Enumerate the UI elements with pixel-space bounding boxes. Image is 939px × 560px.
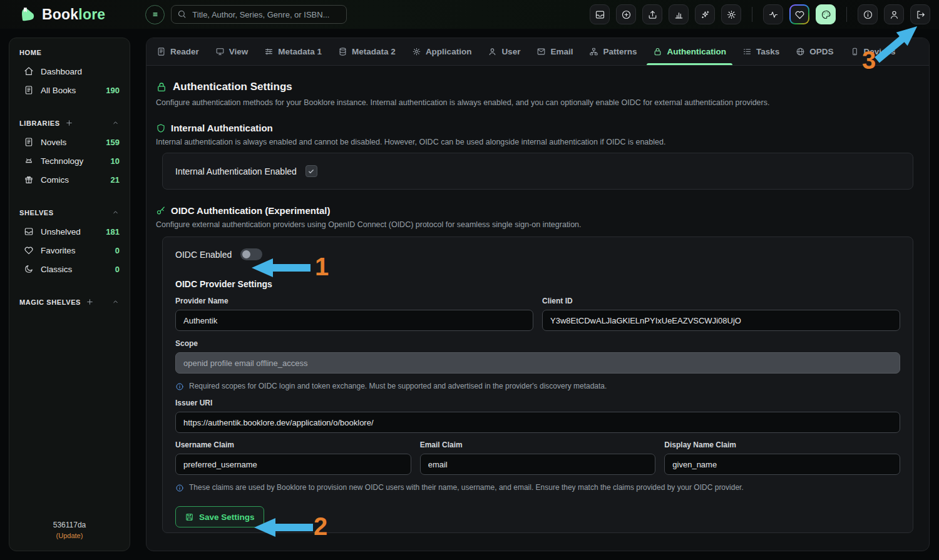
- tab-patterns[interactable]: Patterns: [589, 38, 637, 65]
- tab-devices[interactable]: Devices: [850, 38, 896, 65]
- topbar-divider: [752, 7, 752, 22]
- sidebar-item-all-books[interactable]: All Books 190: [9, 81, 130, 99]
- sidebar-item-label: Comics: [41, 175, 69, 185]
- list-icon: [742, 47, 752, 56]
- booklore-app: Booklore HOME: [0, 0, 939, 560]
- add-magic-shelf-button[interactable]: [86, 298, 94, 306]
- info-button[interactable]: [858, 4, 878, 24]
- topbar: Booklore: [0, 0, 939, 29]
- tab-metadata-2[interactable]: Metadata 2: [338, 38, 396, 65]
- claims-help: These claims are used by Booklore to pro…: [175, 483, 900, 492]
- sidebar-item-label: Dashboard: [41, 67, 82, 76]
- sidebar-item-technology[interactable]: Technology 10: [9, 151, 130, 170]
- tab-application[interactable]: Application: [412, 38, 472, 65]
- username-claim-label: Username Claim: [175, 440, 411, 449]
- tab-label: Email: [550, 47, 573, 56]
- tab-label: Tasks: [756, 47, 779, 56]
- app-logo[interactable]: Booklore: [19, 6, 105, 23]
- stats-button[interactable]: [669, 4, 689, 24]
- issuer-uri-input[interactable]: [175, 412, 900, 433]
- tab-label: Patterns: [603, 47, 637, 56]
- display-name-claim-field-group: Display Name Claim: [664, 440, 900, 475]
- sidebar: HOME Dashboard All Books 190 LIBRARIES N…: [9, 38, 130, 551]
- username-claim-field-group: Username Claim: [175, 440, 411, 475]
- sidebar-item-unshelved[interactable]: Unshelved 181: [9, 222, 130, 241]
- sidebar-section-libraries: LIBRARIES: [9, 108, 130, 133]
- sidebar-item-favorites[interactable]: Favorites 0: [9, 241, 130, 260]
- update-link[interactable]: (Update): [16, 532, 123, 539]
- client-id-label: Client ID: [542, 297, 900, 305]
- collapse-libraries-button[interactable]: [111, 119, 120, 127]
- oidc-panel: OIDC Enabled OIDC Provider Settings Prov…: [162, 237, 913, 533]
- tab-label: User: [501, 47, 520, 56]
- search-container: [171, 5, 347, 24]
- info-icon: [175, 382, 184, 391]
- favorites-button[interactable]: [789, 4, 809, 24]
- book-icon: [24, 85, 34, 95]
- settings-tabbar: Reader View Metadata 1 Metadata 2 Applic…: [146, 38, 929, 66]
- oidc-enabled-label: OIDC Enabled: [175, 250, 232, 260]
- profile-button[interactable]: [884, 4, 904, 24]
- topbar-actions: [590, 4, 930, 24]
- tab-metadata-1[interactable]: Metadata 1: [264, 38, 322, 65]
- section-title: LIBRARIES: [19, 120, 60, 127]
- tab-reader[interactable]: Reader: [156, 38, 199, 65]
- issuer-uri-label: Issuer URI: [175, 399, 900, 407]
- inbox-button[interactable]: [590, 4, 610, 24]
- page-subtitle: Configure authentication methods for you…: [156, 98, 920, 107]
- tab-authentication[interactable]: Authentication: [653, 38, 726, 65]
- internal-auth-panel: Internal Authentication Enabled: [162, 153, 913, 190]
- lock-icon: [653, 47, 662, 56]
- database-icon: [338, 47, 347, 56]
- section-title: SHELVES: [19, 209, 54, 216]
- client-id-field-group: Client ID: [542, 297, 900, 331]
- add-library-button[interactable]: [65, 119, 73, 127]
- tab-tasks[interactable]: Tasks: [742, 38, 779, 65]
- upload-button[interactable]: [642, 4, 662, 24]
- save-settings-button[interactable]: Save Settings: [175, 506, 264, 527]
- sidebar-item-comics[interactable]: Comics 21: [9, 170, 130, 189]
- sitemap-icon: [589, 47, 598, 56]
- tab-opds[interactable]: OPDS: [796, 38, 833, 65]
- key-icon: [156, 206, 166, 216]
- mobile-icon: [850, 47, 859, 56]
- provider-name-input[interactable]: [175, 310, 533, 331]
- plus-icon: [86, 298, 94, 306]
- logo-text: Booklore: [42, 6, 105, 23]
- username-claim-input[interactable]: [175, 454, 411, 475]
- gear-icon: [726, 9, 737, 20]
- toggle-knob: [242, 250, 250, 258]
- sidebar-item-count: 10: [111, 156, 120, 166]
- email-claim-input[interactable]: [420, 454, 656, 475]
- theme-button[interactable]: [816, 4, 836, 24]
- add-button[interactable]: [616, 4, 636, 24]
- claims-help-text: These claims are used by Booklore to pro…: [189, 483, 744, 492]
- logout-button[interactable]: [910, 4, 930, 24]
- client-id-input[interactable]: [542, 310, 900, 331]
- sidebar-item-novels[interactable]: Novels 159: [9, 133, 130, 151]
- sidebar-item-dashboard[interactable]: Dashboard: [9, 62, 130, 81]
- search-input[interactable]: [171, 5, 347, 24]
- tab-view[interactable]: View: [215, 38, 249, 65]
- oidc-enabled-toggle[interactable]: [240, 248, 262, 260]
- collapse-magic-shelves-button[interactable]: [111, 298, 120, 306]
- book-icon: [24, 137, 34, 147]
- save-settings-label: Save Settings: [199, 512, 255, 522]
- floppy-icon: [185, 512, 194, 522]
- sidebar-item-label: Novels: [41, 138, 66, 147]
- sidebar-item-label: Unshelved: [41, 227, 81, 237]
- display-name-claim-input[interactable]: [664, 454, 900, 475]
- sidebar-item-classics[interactable]: Classics 0: [9, 260, 130, 278]
- internal-auth-checkbox[interactable]: [305, 165, 317, 177]
- scope-help: Required scopes for OIDC login and token…: [175, 382, 900, 391]
- sidebar-section-home: HOME: [9, 38, 130, 62]
- collapse-shelves-button[interactable]: [111, 208, 120, 216]
- activity-button[interactable]: [763, 4, 783, 24]
- tab-user[interactable]: User: [488, 38, 520, 65]
- hamburger-menu-button[interactable]: [145, 5, 165, 24]
- settings-button[interactable]: [721, 4, 741, 24]
- magic-button[interactable]: [695, 4, 715, 24]
- sidebar-item-count: 181: [106, 227, 120, 237]
- tab-email[interactable]: Email: [536, 38, 573, 65]
- internal-auth-checkbox-label: Internal Authentication Enabled: [175, 166, 297, 176]
